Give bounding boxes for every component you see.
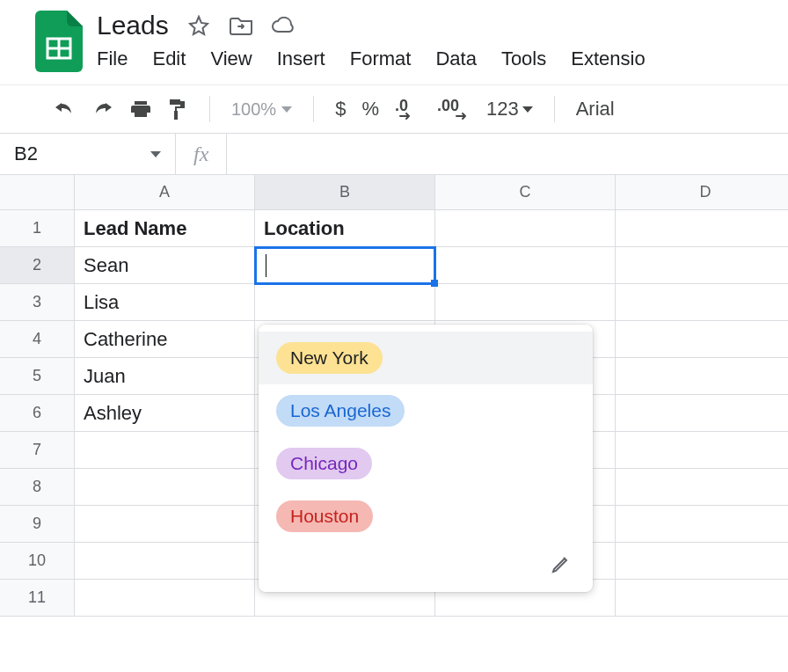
chip-houston: Houston (276, 500, 373, 532)
chip-chicago: Chicago (276, 448, 372, 479)
fx-icon: fx (176, 134, 227, 174)
cell[interactable] (75, 580, 255, 617)
cell[interactable] (616, 506, 788, 543)
select-all-corner[interactable] (0, 175, 75, 210)
number-format-label: 123 (486, 98, 519, 121)
edit-dropdown-icon[interactable] (551, 553, 572, 578)
text-cursor (266, 254, 266, 277)
cell[interactable] (616, 469, 788, 506)
cell-lead-name[interactable]: Sean (75, 247, 255, 284)
app-header: Leads File Edit View Insert Format Data … (0, 0, 788, 72)
chevron-down-icon (522, 106, 533, 113)
chip-los-angeles: Los Angeles (276, 395, 405, 427)
cell[interactable] (255, 284, 435, 321)
row-header[interactable]: 5 (0, 358, 75, 395)
svg-text:.00: .00 (437, 97, 459, 114)
dropdown-option[interactable]: Los Angeles (259, 384, 593, 437)
cell[interactable] (616, 247, 788, 284)
cell-lead-name[interactable]: Juan (75, 358, 255, 395)
cell[interactable] (75, 543, 255, 580)
cell[interactable] (75, 506, 255, 543)
cell[interactable] (616, 321, 788, 358)
data-validation-dropdown: New York Los Angeles Chicago Houston (259, 325, 593, 592)
cell[interactable] (616, 543, 788, 580)
row-header[interactable]: 8 (0, 469, 75, 506)
cell-reference: B2 (14, 142, 38, 165)
zoom-dropdown[interactable]: 100% (231, 99, 292, 120)
row-header[interactable]: 4 (0, 321, 75, 358)
cell[interactable] (435, 284, 616, 321)
currency-format-icon[interactable]: $ (335, 98, 346, 121)
cell[interactable] (616, 358, 788, 395)
menu-format[interactable]: Format (350, 47, 412, 70)
cell[interactable] (75, 469, 255, 506)
cell[interactable] (616, 580, 788, 617)
cell[interactable] (75, 432, 255, 469)
sheets-logo (35, 11, 83, 72)
row-header[interactable]: 11 (0, 580, 75, 617)
print-icon[interactable] (130, 99, 151, 120)
zoom-value: 100% (231, 99, 276, 120)
dropdown-option[interactable]: Houston (259, 490, 593, 543)
menu-insert[interactable]: Insert (277, 47, 325, 70)
document-title[interactable]: Leads (97, 11, 169, 40)
cell-header-location[interactable]: Location (255, 210, 435, 247)
move-folder-icon[interactable] (229, 13, 253, 38)
chevron-down-icon (150, 151, 161, 157)
menu-extensions[interactable]: Extensio (571, 47, 645, 70)
row-header[interactable]: 7 (0, 432, 75, 469)
row-header[interactable]: 3 (0, 284, 75, 321)
paint-format-icon[interactable] (167, 98, 188, 121)
cell[interactable] (616, 284, 788, 321)
menu-view[interactable]: View (210, 47, 252, 70)
cloud-status-icon[interactable] (271, 13, 296, 38)
percent-format-icon[interactable]: % (361, 98, 379, 121)
menu-bar: File Edit View Insert Format Data Tools … (97, 47, 788, 70)
formula-bar-row: B2 fx (0, 133, 788, 175)
toolbar: 100% $ % .0 .00 123 Arial (0, 85, 788, 133)
number-format-dropdown[interactable]: 123 (486, 98, 533, 121)
menu-tools[interactable]: Tools (501, 47, 546, 70)
redo-icon[interactable] (91, 100, 114, 118)
svg-rect-3 (174, 111, 178, 120)
menu-file[interactable]: File (97, 47, 128, 70)
cell-lead-name[interactable]: Catherine (75, 321, 255, 358)
font-dropdown[interactable]: Arial (576, 98, 615, 121)
chip-new-york: New York (276, 342, 383, 374)
menu-edit[interactable]: Edit (152, 47, 186, 70)
chevron-down-icon (281, 106, 292, 113)
col-header-b[interactable]: B (255, 175, 435, 210)
dropdown-option[interactable]: Chicago (259, 437, 593, 490)
increase-decimals-icon[interactable]: .00 (437, 97, 471, 121)
col-header-c[interactable]: C (435, 175, 616, 210)
cell[interactable] (616, 395, 788, 432)
star-icon[interactable] (186, 13, 211, 38)
cell-lead-name[interactable]: Lisa (75, 284, 255, 321)
name-box[interactable]: B2 (0, 134, 176, 174)
cell-header-lead-name[interactable]: Lead Name (75, 210, 255, 247)
row-header[interactable]: 10 (0, 543, 75, 580)
menu-data[interactable]: Data (435, 47, 476, 70)
cell[interactable] (616, 432, 788, 469)
undo-icon[interactable] (53, 100, 76, 118)
cell[interactable] (435, 247, 616, 284)
row-header[interactable]: 6 (0, 395, 75, 432)
selected-cell-b2[interactable] (254, 246, 436, 285)
col-header-a[interactable]: A (75, 175, 255, 210)
row-header[interactable]: 2 (0, 247, 75, 284)
col-header-d[interactable]: D (616, 175, 788, 210)
cell-lead-name[interactable]: Ashley (75, 395, 255, 432)
cell[interactable] (616, 210, 788, 247)
dropdown-option[interactable]: New York (259, 332, 593, 384)
svg-text:.0: .0 (395, 97, 408, 114)
decrease-decimals-icon[interactable]: .0 (395, 97, 421, 121)
cell[interactable] (435, 210, 616, 247)
row-header[interactable]: 9 (0, 506, 75, 543)
row-header[interactable]: 1 (0, 210, 75, 247)
